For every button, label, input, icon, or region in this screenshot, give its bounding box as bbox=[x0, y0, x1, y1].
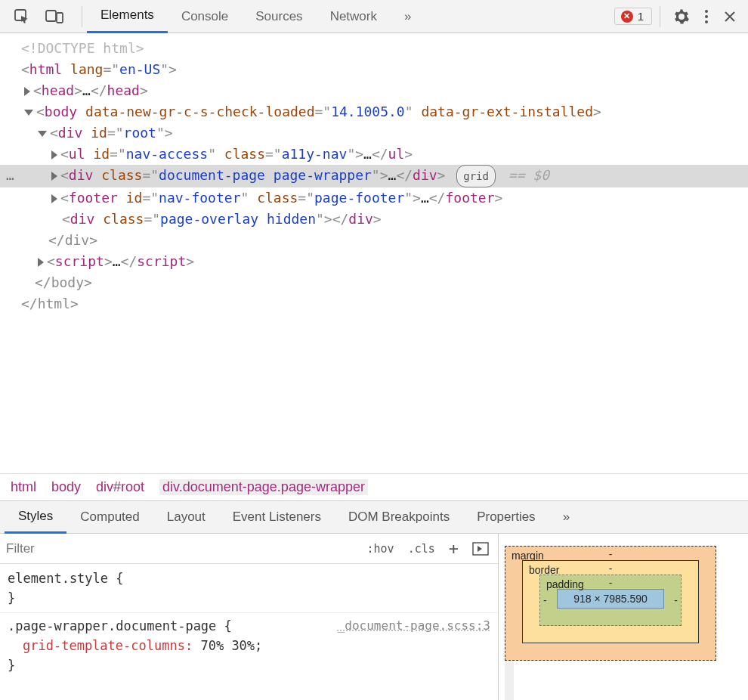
dom-node-root[interactable]: <div id="root"> bbox=[0, 122, 748, 144]
svg-point-3 bbox=[705, 10, 708, 13]
expand-icon[interactable] bbox=[51, 172, 57, 181]
box-model-margin[interactable]: margin - border - padding - - - 918 × 79… bbox=[505, 546, 716, 661]
cls-toggle[interactable]: .cls bbox=[405, 542, 438, 556]
svg-point-5 bbox=[705, 20, 708, 23]
ltab-dom-breakpoints[interactable]: DOM Breakpoints bbox=[335, 500, 463, 534]
add-rule-icon[interactable]: + bbox=[446, 539, 462, 558]
element-style-selector: element.style { bbox=[8, 571, 124, 586]
main-tabs: Elements Console Sources Network » bbox=[87, 0, 608, 33]
ltab-more[interactable]: » bbox=[549, 500, 583, 534]
console-ref: == $0 bbox=[508, 167, 549, 183]
tab-console[interactable]: Console bbox=[168, 0, 242, 33]
styles-tabs: Styles Computed Layout Event Listeners D… bbox=[0, 500, 748, 534]
rule-selector: .page-wrapper.document-page { bbox=[8, 618, 232, 633]
inspect-element-icon[interactable] bbox=[8, 5, 36, 28]
css-prop-value[interactable]: 70% 30%; bbox=[200, 638, 262, 653]
dom-node-body-close[interactable]: </body> bbox=[0, 272, 748, 293]
toggle-pane-icon[interactable] bbox=[469, 542, 492, 556]
box-model-border[interactable]: border - padding - - - 918 × 7985.590 bbox=[522, 560, 699, 643]
tab-elements[interactable]: Elements bbox=[87, 0, 168, 33]
css-prop-name[interactable]: grid-template-columns: bbox=[23, 638, 193, 653]
doctype: <!DOCTYPE html> bbox=[21, 40, 144, 56]
dom-node-root-close[interactable]: </div> bbox=[0, 230, 748, 251]
devtools-toolbar: Elements Console Sources Network » ✕ 1 bbox=[0, 0, 748, 33]
filter-row: :hov .cls + bbox=[0, 534, 498, 564]
box-model-content[interactable]: 918 × 7985.590 bbox=[557, 589, 664, 609]
collapse-icon[interactable] bbox=[38, 131, 47, 137]
dom-node-selected[interactable]: … <div class="document-page page-wrapper… bbox=[0, 165, 748, 187]
ltab-properties[interactable]: Properties bbox=[463, 500, 549, 534]
styles-pane: :hov .cls + element.style { } .page-wrap… bbox=[0, 534, 499, 700]
svg-rect-2 bbox=[57, 13, 63, 23]
expand-icon[interactable] bbox=[38, 258, 44, 267]
error-badge[interactable]: ✕ 1 bbox=[614, 8, 652, 25]
tab-network[interactable]: Network bbox=[317, 0, 391, 33]
svg-rect-1 bbox=[46, 11, 56, 21]
styles-content[interactable]: element.style { } .page-wrapper.document… bbox=[0, 564, 498, 680]
gutter-ellipsis-icon[interactable]: … bbox=[6, 165, 14, 186]
settings-icon[interactable] bbox=[668, 6, 695, 27]
lower-body: :hov .cls + element.style { } .page-wrap… bbox=[0, 534, 748, 700]
hov-toggle[interactable]: :hov bbox=[364, 542, 397, 556]
dom-node-nav-ul[interactable]: <ul id="nav-access" class="a11y-nav">…</… bbox=[0, 144, 748, 165]
dom-node-head[interactable]: <head>…</head> bbox=[0, 80, 748, 101]
dom-node-html[interactable]: <html lang="en-US"> bbox=[0, 59, 748, 80]
kebab-menu-icon[interactable] bbox=[698, 6, 715, 27]
grid-badge[interactable]: grid bbox=[456, 165, 496, 187]
ltab-styles[interactable]: Styles bbox=[5, 500, 66, 534]
collapse-icon[interactable] bbox=[24, 110, 33, 116]
dom-tree[interactable]: <!DOCTYPE html> <html lang="en-US"> <hea… bbox=[0, 33, 748, 473]
dom-node-script[interactable]: <script>…</script> bbox=[0, 251, 748, 272]
filter-input[interactable] bbox=[6, 541, 364, 556]
tab-more[interactable]: » bbox=[391, 0, 425, 33]
dom-node-body[interactable]: <body data-new-gr-c-s-check-loaded="14.1… bbox=[0, 101, 748, 122]
box-model-padding[interactable]: padding - - - 918 × 7985.590 bbox=[539, 575, 682, 626]
error-count: 1 bbox=[638, 10, 644, 23]
close-icon[interactable] bbox=[718, 8, 742, 26]
dom-node-html-close[interactable]: </html> bbox=[0, 293, 748, 314]
error-icon: ✕ bbox=[621, 11, 633, 23]
breadcrumb-item[interactable]: body bbox=[51, 479, 81, 495]
dom-node-footer[interactable]: <footer id="nav-footer" class="page-foot… bbox=[0, 187, 748, 209]
ltab-layout[interactable]: Layout bbox=[153, 500, 219, 534]
device-toggle-icon[interactable] bbox=[39, 5, 70, 28]
expand-icon[interactable] bbox=[24, 87, 30, 96]
rule-source-link[interactable]: _document-page.scss:3 bbox=[338, 616, 490, 636]
expand-icon[interactable] bbox=[51, 150, 57, 160]
svg-point-4 bbox=[705, 15, 708, 18]
breadcrumb-item[interactable]: html bbox=[11, 479, 36, 495]
box-model-pane: margin - border - padding - - - 918 × 79… bbox=[499, 534, 748, 700]
breadcrumb-item[interactable]: div#root bbox=[96, 479, 144, 495]
expand-icon[interactable] bbox=[51, 194, 57, 203]
breadcrumb: html body div#root div.document-page.pag… bbox=[0, 473, 748, 500]
breadcrumb-item-selected[interactable]: div.document-page.page-wrapper bbox=[159, 479, 368, 495]
ltab-event-listeners[interactable]: Event Listeners bbox=[219, 500, 335, 534]
tab-sources[interactable]: Sources bbox=[242, 0, 316, 33]
dom-node-overlay[interactable]: <div class="page-overlay hidden"></div> bbox=[0, 209, 748, 230]
ltab-computed[interactable]: Computed bbox=[66, 500, 153, 534]
